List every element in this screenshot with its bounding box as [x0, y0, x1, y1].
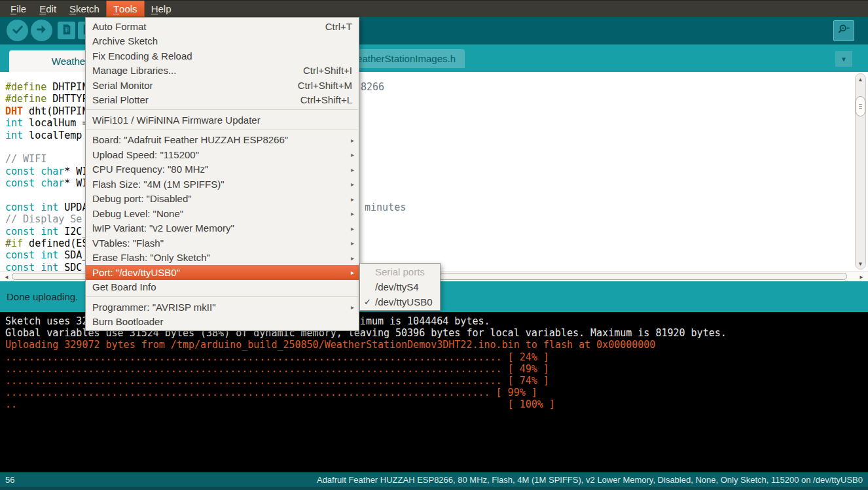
- menu-item-label: Upload Speed: "115200": [92, 149, 352, 160]
- code-token: [35, 249, 41, 261]
- submenu-arrow-icon: ▸: [351, 254, 354, 261]
- menu-item-label: lwIP Variant: "v2 Lower Memory": [92, 222, 352, 234]
- menu-item-wifi101-wifinina-firmware-updater[interactable]: WiFi101 / WiFiNINA Firmware Updater: [86, 113, 359, 128]
- menu-item-board[interactable]: Board: "Adafruit Feather HUZZAH ESP8266"…: [86, 133, 359, 148]
- port-option-dev-ttys4[interactable]: /dev/ttyS4: [360, 279, 440, 294]
- submenu-header: Serial ports: [360, 264, 440, 279]
- submenu-arrow-icon: ▸: [351, 181, 354, 188]
- submenu-arrow-icon: ▸: [351, 239, 354, 247]
- menu-item-shortcut: Ctrl+T: [325, 21, 352, 32]
- code-token: [35, 166, 41, 177]
- menu-item-shortcut: Ctrl+Shift+I: [303, 65, 352, 76]
- status-message: Done uploading.: [7, 291, 78, 302]
- code-token: int: [5, 117, 23, 129]
- menu-item-upload-speed[interactable]: Upload Speed: "115200"▸: [86, 147, 359, 162]
- triangle-up-icon: ▲: [859, 77, 862, 82]
- menu-item-erase-flash[interactable]: Erase Flash: "Only Sketch"▸: [86, 251, 359, 266]
- menubar-item-sketch[interactable]: Sketch: [63, 1, 106, 17]
- code-token: int: [41, 226, 58, 237]
- menu-item-cpu-frequency[interactable]: CPU Frequency: "80 MHz"▸: [86, 162, 359, 177]
- tab-list-dropdown-button[interactable]: ▼: [835, 51, 852, 67]
- console-output: Sketch uses 329072 bytes (31%) of progra…: [0, 312, 868, 474]
- code-token: [35, 226, 41, 237]
- code-token: localHum =: [23, 117, 94, 129]
- menu-separator: [86, 294, 359, 300]
- vertical-scroll-thumb[interactable]: [856, 96, 865, 116]
- scroll-left-button[interactable]: ◀: [2, 273, 11, 281]
- mnemonic-letter: S: [69, 3, 76, 14]
- menu-item-burn-bootloader[interactable]: Burn Bootloader: [86, 315, 359, 330]
- triangle-left-icon: ◀: [5, 274, 9, 280]
- menu-item-label: Debug Level: "None": [92, 208, 352, 219]
- menu-item-label: Burn Bootloader: [92, 316, 352, 327]
- menu-item-get-board-info[interactable]: Get Board Info: [86, 280, 359, 295]
- chevron-down-icon: ▼: [841, 56, 847, 63]
- menu-item-debug-port[interactable]: Debug port: "Disabled"▸: [86, 192, 359, 207]
- submenu-arrow-icon: ▸: [351, 151, 354, 158]
- code-token: DHT: [5, 105, 23, 117]
- menubar-item-edit[interactable]: Edit: [33, 1, 63, 17]
- menu-item-label: Flash Size: "4M (1M SPIFFS)": [92, 179, 352, 190]
- menu-item-label: Manage Libraries...: [92, 65, 303, 76]
- scroll-down-button[interactable]: ▼: [856, 259, 865, 268]
- menu-item-label: Get Board Info: [92, 281, 352, 292]
- tab-label: WeatherStationImages.h: [348, 53, 456, 64]
- code-token: int: [41, 201, 58, 213]
- serial-monitor-button[interactable]: [833, 20, 854, 41]
- code-token: #define: [5, 81, 52, 93]
- mnemonic-letter: T: [113, 3, 119, 14]
- code-token: int: [41, 249, 58, 261]
- code-token: I2C_: [58, 226, 88, 237]
- submenu-arrow-icon: ▸: [351, 195, 354, 202]
- menu-item-label: Port: "/dev/ttyUSB0": [92, 267, 352, 278]
- mnemonic-letter: H: [151, 3, 158, 14]
- submenu-arrow-icon: ▸: [351, 304, 354, 311]
- menu-item-serial-monitor[interactable]: Serial MonitorCtrl+Shift+M: [86, 78, 359, 93]
- code-token: #define: [5, 93, 52, 105]
- submenu-arrow-icon: ▸: [351, 269, 354, 276]
- verify-button[interactable]: [7, 20, 28, 41]
- magnifier-icon: [837, 23, 850, 39]
- scroll-up-button[interactable]: ▲: [856, 75, 865, 84]
- port-option-label: /dev/ttyS4: [375, 281, 419, 292]
- menu-item-fix-encoding-reload[interactable]: Fix Encoding & Reload: [86, 48, 359, 63]
- console-line: .. [ 100% ]: [0, 398, 868, 410]
- submenu-arrow-icon: ▸: [351, 136, 354, 143]
- menu-item-label: Erase Flash: "Only Sketch": [92, 252, 352, 263]
- menubar-item-file[interactable]: File: [4, 1, 33, 17]
- menu-item-auto-format[interactable]: Auto FormatCtrl+T: [86, 19, 359, 34]
- menu-item-programmer[interactable]: Programmer: "AVRISP mkII"▸: [86, 300, 359, 315]
- checkmark-icon: ✓: [364, 297, 375, 307]
- code-token: const: [5, 166, 35, 177]
- port-option-dev-ttyusb0[interactable]: ✓/dev/ttyUSB0: [360, 294, 440, 309]
- menu-item-shortcut: Ctrl+Shift+M: [298, 80, 352, 91]
- scroll-right-button[interactable]: ▶: [857, 273, 866, 281]
- menu-item-label: Archive Sketch: [92, 35, 352, 46]
- code-token: UPDA: [58, 201, 88, 213]
- code-token: dht(DHTPIN: [23, 105, 88, 117]
- code-token: defined(ES: [23, 237, 88, 249]
- statusbar: 56 Adafruit Feather HUZZAH ESP8266, 80 M…: [0, 471, 868, 490]
- submenu-arrow-icon: ▸: [351, 210, 354, 217]
- menubar-item-help[interactable]: Help: [145, 1, 178, 17]
- menu-item-lwip-variant[interactable]: lwIP Variant: "v2 Lower Memory"▸: [86, 221, 359, 236]
- new-sketch-button[interactable]: [58, 22, 75, 39]
- mnemonic-letter: E: [39, 3, 46, 14]
- upload-button[interactable]: [31, 20, 52, 41]
- code-token: SDA_: [58, 249, 88, 261]
- menu-separator: [86, 107, 359, 113]
- menu-item-serial-plotter[interactable]: Serial PlotterCtrl+Shift+L: [86, 93, 359, 108]
- menu-item-manage-libraries[interactable]: Manage Libraries...Ctrl+Shift+I: [86, 63, 359, 79]
- menu-item-archive-sketch[interactable]: Archive Sketch: [86, 34, 359, 49]
- menu-item-vtables[interactable]: VTables: "Flash"▸: [86, 236, 359, 251]
- menu-item-port[interactable]: Port: "/dev/ttyUSB0"▸: [86, 265, 359, 280]
- document-icon: [61, 24, 73, 38]
- menu-item-debug-level[interactable]: Debug Level: "None"▸: [86, 206, 359, 221]
- menu-item-flash-size[interactable]: Flash Size: "4M (1M SPIFFS)"▸: [86, 177, 359, 192]
- menubar-item-tools[interactable]: Tools: [106, 1, 145, 17]
- board-config-summary: Adafruit Feather HUZZAH ESP8266, 80 MHz,…: [317, 475, 863, 485]
- menu-separator: [86, 128, 359, 133]
- menu-item-label: WiFi101 / WiFiNINA Firmware Updater: [92, 114, 352, 126]
- console-line: ........................................…: [0, 363, 868, 375]
- code-token: const: [5, 201, 35, 213]
